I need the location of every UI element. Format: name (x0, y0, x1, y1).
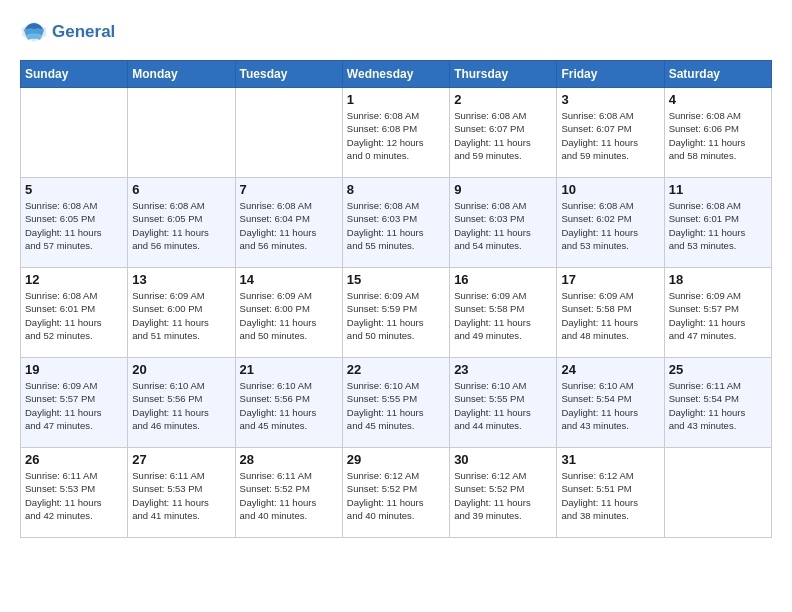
calendar-cell: 19Sunrise: 6:09 AM Sunset: 5:57 PM Dayli… (21, 358, 128, 448)
calendar-cell: 14Sunrise: 6:09 AM Sunset: 6:00 PM Dayli… (235, 268, 342, 358)
day-number: 13 (132, 272, 230, 287)
calendar-cell: 11Sunrise: 6:08 AM Sunset: 6:01 PM Dayli… (664, 178, 771, 268)
day-number: 31 (561, 452, 659, 467)
calendar-cell: 24Sunrise: 6:10 AM Sunset: 5:54 PM Dayli… (557, 358, 664, 448)
calendar-cell: 18Sunrise: 6:09 AM Sunset: 5:57 PM Dayli… (664, 268, 771, 358)
calendar-cell: 26Sunrise: 6:11 AM Sunset: 5:53 PM Dayli… (21, 448, 128, 538)
day-info: Sunrise: 6:08 AM Sunset: 6:05 PM Dayligh… (132, 199, 230, 252)
day-info: Sunrise: 6:08 AM Sunset: 6:07 PM Dayligh… (561, 109, 659, 162)
day-info: Sunrise: 6:09 AM Sunset: 5:58 PM Dayligh… (454, 289, 552, 342)
day-number: 20 (132, 362, 230, 377)
day-number: 8 (347, 182, 445, 197)
calendar-cell (21, 88, 128, 178)
day-info: Sunrise: 6:08 AM Sunset: 6:04 PM Dayligh… (240, 199, 338, 252)
weekday-header-row: SundayMondayTuesdayWednesdayThursdayFrid… (21, 61, 772, 88)
day-info: Sunrise: 6:11 AM Sunset: 5:52 PM Dayligh… (240, 469, 338, 522)
day-number: 18 (669, 272, 767, 287)
day-number: 10 (561, 182, 659, 197)
day-number: 9 (454, 182, 552, 197)
day-number: 6 (132, 182, 230, 197)
calendar-cell: 5Sunrise: 6:08 AM Sunset: 6:05 PM Daylig… (21, 178, 128, 268)
weekday-header: Thursday (450, 61, 557, 88)
day-info: Sunrise: 6:10 AM Sunset: 5:55 PM Dayligh… (454, 379, 552, 432)
calendar-cell: 2Sunrise: 6:08 AM Sunset: 6:07 PM Daylig… (450, 88, 557, 178)
day-info: Sunrise: 6:08 AM Sunset: 6:02 PM Dayligh… (561, 199, 659, 252)
weekday-header: Sunday (21, 61, 128, 88)
weekday-header: Saturday (664, 61, 771, 88)
day-number: 24 (561, 362, 659, 377)
day-number: 3 (561, 92, 659, 107)
day-info: Sunrise: 6:08 AM Sunset: 6:08 PM Dayligh… (347, 109, 445, 162)
day-number: 2 (454, 92, 552, 107)
day-info: Sunrise: 6:10 AM Sunset: 5:55 PM Dayligh… (347, 379, 445, 432)
calendar-week-row: 26Sunrise: 6:11 AM Sunset: 5:53 PM Dayli… (21, 448, 772, 538)
calendar-cell: 30Sunrise: 6:12 AM Sunset: 5:52 PM Dayli… (450, 448, 557, 538)
day-info: Sunrise: 6:10 AM Sunset: 5:56 PM Dayligh… (240, 379, 338, 432)
page-header: General (20, 20, 772, 44)
day-number: 16 (454, 272, 552, 287)
calendar-cell: 12Sunrise: 6:08 AM Sunset: 6:01 PM Dayli… (21, 268, 128, 358)
day-info: Sunrise: 6:09 AM Sunset: 5:58 PM Dayligh… (561, 289, 659, 342)
day-number: 12 (25, 272, 123, 287)
day-number: 29 (347, 452, 445, 467)
day-info: Sunrise: 6:09 AM Sunset: 6:00 PM Dayligh… (132, 289, 230, 342)
day-info: Sunrise: 6:11 AM Sunset: 5:53 PM Dayligh… (25, 469, 123, 522)
calendar-cell: 7Sunrise: 6:08 AM Sunset: 6:04 PM Daylig… (235, 178, 342, 268)
day-number: 27 (132, 452, 230, 467)
day-number: 30 (454, 452, 552, 467)
calendar-cell: 21Sunrise: 6:10 AM Sunset: 5:56 PM Dayli… (235, 358, 342, 448)
day-info: Sunrise: 6:08 AM Sunset: 6:07 PM Dayligh… (454, 109, 552, 162)
day-info: Sunrise: 6:11 AM Sunset: 5:53 PM Dayligh… (132, 469, 230, 522)
calendar-cell (235, 88, 342, 178)
calendar-cell: 9Sunrise: 6:08 AM Sunset: 6:03 PM Daylig… (450, 178, 557, 268)
calendar-cell: 29Sunrise: 6:12 AM Sunset: 5:52 PM Dayli… (342, 448, 449, 538)
calendar-cell: 13Sunrise: 6:09 AM Sunset: 6:00 PM Dayli… (128, 268, 235, 358)
day-number: 22 (347, 362, 445, 377)
day-info: Sunrise: 6:09 AM Sunset: 5:59 PM Dayligh… (347, 289, 445, 342)
day-info: Sunrise: 6:09 AM Sunset: 6:00 PM Dayligh… (240, 289, 338, 342)
calendar-cell: 15Sunrise: 6:09 AM Sunset: 5:59 PM Dayli… (342, 268, 449, 358)
logo: General (20, 20, 115, 44)
day-info: Sunrise: 6:12 AM Sunset: 5:52 PM Dayligh… (347, 469, 445, 522)
day-info: Sunrise: 6:12 AM Sunset: 5:52 PM Dayligh… (454, 469, 552, 522)
weekday-header: Monday (128, 61, 235, 88)
day-info: Sunrise: 6:09 AM Sunset: 5:57 PM Dayligh… (25, 379, 123, 432)
day-info: Sunrise: 6:08 AM Sunset: 6:01 PM Dayligh… (669, 199, 767, 252)
day-number: 17 (561, 272, 659, 287)
day-info: Sunrise: 6:08 AM Sunset: 6:06 PM Dayligh… (669, 109, 767, 162)
day-info: Sunrise: 6:09 AM Sunset: 5:57 PM Dayligh… (669, 289, 767, 342)
day-info: Sunrise: 6:08 AM Sunset: 6:05 PM Dayligh… (25, 199, 123, 252)
calendar-table: SundayMondayTuesdayWednesdayThursdayFrid… (20, 60, 772, 538)
weekday-header: Tuesday (235, 61, 342, 88)
calendar-cell: 23Sunrise: 6:10 AM Sunset: 5:55 PM Dayli… (450, 358, 557, 448)
day-info: Sunrise: 6:08 AM Sunset: 6:01 PM Dayligh… (25, 289, 123, 342)
calendar-cell: 3Sunrise: 6:08 AM Sunset: 6:07 PM Daylig… (557, 88, 664, 178)
calendar-cell: 22Sunrise: 6:10 AM Sunset: 5:55 PM Dayli… (342, 358, 449, 448)
calendar-cell: 31Sunrise: 6:12 AM Sunset: 5:51 PM Dayli… (557, 448, 664, 538)
calendar-cell: 6Sunrise: 6:08 AM Sunset: 6:05 PM Daylig… (128, 178, 235, 268)
day-number: 14 (240, 272, 338, 287)
calendar-cell (664, 448, 771, 538)
logo-text: General (52, 22, 115, 42)
calendar-cell: 1Sunrise: 6:08 AM Sunset: 6:08 PM Daylig… (342, 88, 449, 178)
day-number: 5 (25, 182, 123, 197)
day-number: 4 (669, 92, 767, 107)
calendar-cell: 17Sunrise: 6:09 AM Sunset: 5:58 PM Dayli… (557, 268, 664, 358)
day-info: Sunrise: 6:08 AM Sunset: 6:03 PM Dayligh… (454, 199, 552, 252)
calendar-cell: 10Sunrise: 6:08 AM Sunset: 6:02 PM Dayli… (557, 178, 664, 268)
day-number: 7 (240, 182, 338, 197)
weekday-header: Wednesday (342, 61, 449, 88)
day-info: Sunrise: 6:10 AM Sunset: 5:56 PM Dayligh… (132, 379, 230, 432)
calendar-cell: 20Sunrise: 6:10 AM Sunset: 5:56 PM Dayli… (128, 358, 235, 448)
day-info: Sunrise: 6:12 AM Sunset: 5:51 PM Dayligh… (561, 469, 659, 522)
calendar-cell: 27Sunrise: 6:11 AM Sunset: 5:53 PM Dayli… (128, 448, 235, 538)
calendar-cell (128, 88, 235, 178)
day-info: Sunrise: 6:08 AM Sunset: 6:03 PM Dayligh… (347, 199, 445, 252)
day-number: 1 (347, 92, 445, 107)
calendar-cell: 25Sunrise: 6:11 AM Sunset: 5:54 PM Dayli… (664, 358, 771, 448)
day-number: 19 (25, 362, 123, 377)
day-number: 21 (240, 362, 338, 377)
calendar-week-row: 19Sunrise: 6:09 AM Sunset: 5:57 PM Dayli… (21, 358, 772, 448)
day-number: 25 (669, 362, 767, 377)
day-info: Sunrise: 6:11 AM Sunset: 5:54 PM Dayligh… (669, 379, 767, 432)
